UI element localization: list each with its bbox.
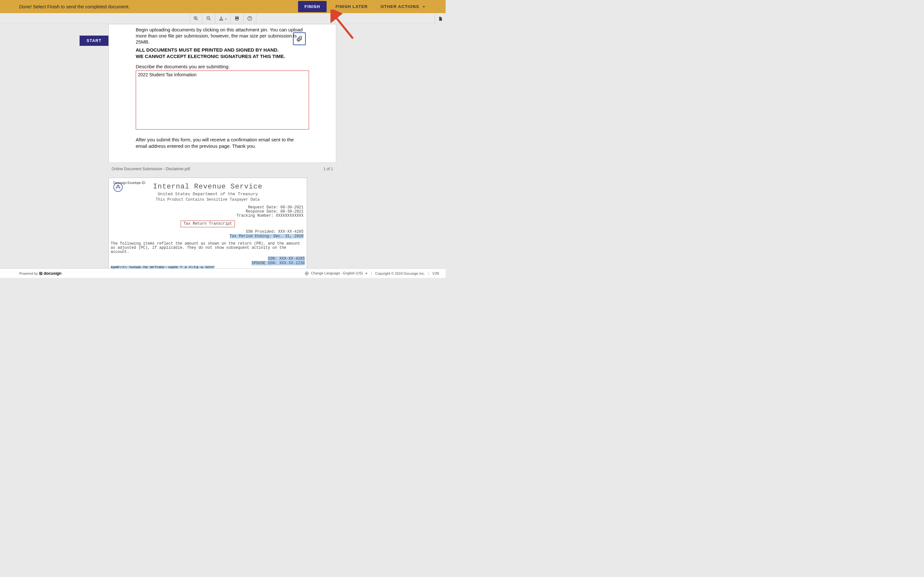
document-viewport: START Begin uploading documents by click… [0, 24, 446, 268]
ssn-provided: SSN Provided: XXX-XX-4285 [111, 230, 304, 234]
document-separator: Online Document Submission - Disclaimer.… [108, 165, 336, 173]
toolbar [0, 13, 446, 24]
zoom-in-button[interactable] [190, 13, 202, 24]
docusign-wordmark: docusign [44, 271, 61, 276]
powered-by-label: Powered by [19, 271, 38, 276]
document-icon [438, 16, 443, 21]
other-actions-button[interactable]: OTHER ACTIONS [379, 2, 426, 11]
version-text: V2R [433, 271, 439, 276]
irs-warning: This Product Contains Sensitive Taxpayer… [111, 198, 305, 202]
print-icon [234, 16, 240, 21]
ssn: SSN: XXX-XX-4285 [268, 256, 305, 261]
svg-rect-7 [236, 16, 238, 18]
attachment-button[interactable] [293, 32, 306, 45]
svg-line-5 [209, 19, 210, 21]
footer: Powered by docusign Change Language - En… [0, 268, 446, 278]
document-page-1: Begin uploading documents by clicking on… [108, 24, 336, 163]
paperclip-icon [296, 35, 303, 42]
request-date: Request Date: 08-30-2021 [111, 205, 304, 210]
describe-textarea[interactable]: 2022 Student Tax Information [136, 71, 309, 129]
document-page-2: Docusign Envelope ID: Internal Revenue S… [108, 177, 307, 268]
irs-ssn-block: SSN Provided: XXX-XX-4285 Tax Period End… [111, 230, 305, 238]
tax-period: Tax Period Ending: Dec. 31, 2020 [230, 234, 304, 239]
describe-value: 2022 Student Tax Information [138, 72, 197, 77]
download-icon [218, 16, 224, 21]
separator: | [428, 271, 429, 276]
irs-seal-icon [113, 182, 123, 192]
change-language-button[interactable]: Change Language - English (US) [305, 271, 368, 276]
describe-label: Describe the documents you are submittin… [136, 64, 309, 69]
tracking-number: Tracking Number: XXXXXXXXXXXX [111, 214, 304, 218]
svg-line-1 [197, 19, 198, 21]
finish-later-button[interactable]: FINISH LATER [334, 2, 369, 11]
other-actions-label: OTHER ACTIONS [381, 4, 419, 9]
finish-button[interactable]: FINISH [298, 1, 326, 12]
globe-icon [305, 271, 309, 276]
powered-by: Powered by docusign [19, 271, 61, 276]
print-button[interactable] [231, 13, 244, 24]
separator: | [371, 271, 372, 276]
spouse-ssn: SPOUSE SSN: XXX-XX-2230 [252, 261, 305, 266]
help-icon [247, 16, 252, 21]
copyright-text: Copyright © 2024 Docusign Inc. [375, 271, 425, 276]
chevron-down-icon [423, 6, 425, 8]
top-bar: Done! Select Finish to send the complete… [0, 0, 446, 13]
irs-disclaimer: The following items reflect the amount a… [111, 242, 305, 255]
page-indicator: 1 of 1 [323, 167, 333, 171]
zoom-in-icon [193, 16, 199, 21]
svg-rect-9 [236, 19, 238, 20]
start-button[interactable]: START [79, 35, 109, 46]
zoom-out-button[interactable] [202, 13, 215, 24]
status-text: Done! Select Finish to send the complete… [19, 4, 129, 9]
names-on-return: NAME(S) SHOWN ON RETURN: HARR T & ELEA W… [111, 266, 215, 268]
svg-point-11 [249, 19, 250, 20]
zoom-out-icon [206, 16, 212, 21]
docusign-logo-icon [39, 272, 42, 275]
upload-instruction-text: Begin uploading documents by clicking on… [136, 27, 309, 45]
irs-meta-block: Request Date: 08-30-2021 Response Date: … [111, 205, 305, 218]
change-language-label: Change Language - English (US) [311, 271, 363, 275]
after-submit-text: After you submit this form, you will rec… [136, 137, 302, 149]
download-button[interactable] [215, 13, 231, 24]
document-filename: Online Document Submission - Disclaimer.… [111, 167, 190, 171]
irs-subtitle: United States Department of the Treasury [111, 192, 305, 197]
signature-notice-text: ALL DOCUMENTS MUST BE PRINTED AND SIGNED… [136, 47, 286, 59]
chevron-down-icon [365, 273, 368, 274]
help-button[interactable] [244, 13, 256, 24]
panel-toggle-button[interactable] [435, 13, 446, 24]
chevron-down-icon [225, 19, 227, 20]
transcript-label: Tax Return Transcript [181, 221, 235, 227]
